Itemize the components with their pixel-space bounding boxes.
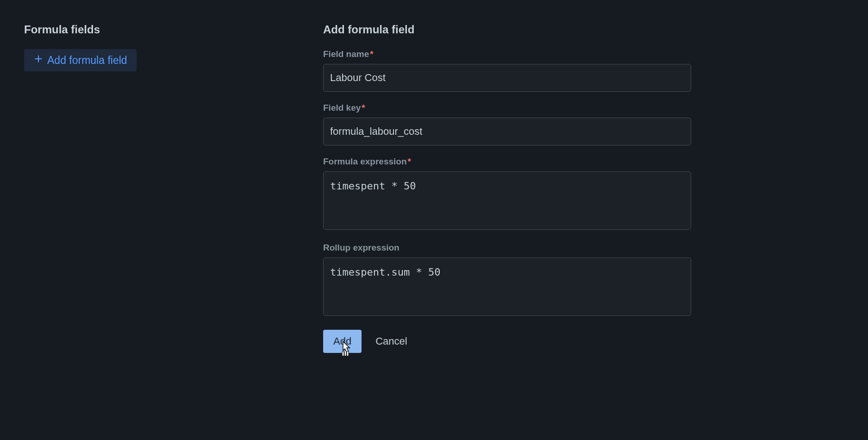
- add-button[interactable]: Add: [323, 330, 362, 353]
- cancel-button[interactable]: Cancel: [372, 330, 411, 353]
- formula-expression-label: Formula expression*: [323, 157, 691, 167]
- formula-expression-input[interactable]: [323, 171, 691, 230]
- plus-icon: [33, 54, 44, 67]
- rollup-expression-label: Rollup expression: [323, 243, 691, 253]
- field-name-label: Field name*: [323, 49, 691, 59]
- rollup-expression-input[interactable]: [323, 258, 691, 316]
- required-asterisk: *: [362, 103, 365, 113]
- field-key-input[interactable]: [323, 118, 691, 145]
- add-formula-field-label: Add formula field: [47, 54, 127, 67]
- field-key-label: Field key*: [323, 103, 691, 113]
- add-formula-field-button[interactable]: Add formula field: [24, 49, 137, 71]
- required-asterisk: *: [370, 49, 373, 59]
- field-name-input[interactable]: [323, 64, 691, 92]
- required-asterisk: *: [408, 157, 411, 166]
- formula-fields-title: Formula fields: [24, 23, 323, 36]
- form-title: Add formula field: [323, 23, 691, 36]
